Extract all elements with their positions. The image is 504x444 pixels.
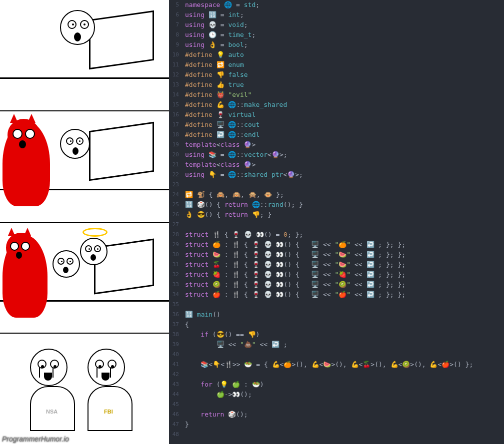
comic-panel-1 bbox=[0, 0, 169, 111]
line-number: 25 bbox=[169, 200, 179, 210]
line-number: 17 bbox=[169, 120, 179, 130]
line-number: 29 bbox=[169, 240, 179, 250]
line-number: 12 bbox=[169, 70, 179, 80]
line-number: 34 bbox=[169, 290, 179, 300]
line-number: 7 bbox=[169, 20, 179, 30]
line-number: 38 bbox=[169, 330, 179, 340]
line-number: 14 bbox=[169, 90, 179, 100]
line-number: 15 bbox=[169, 100, 179, 110]
line-number: 22 bbox=[169, 170, 179, 180]
fbi-label: FBI bbox=[104, 409, 113, 415]
code-line[interactable] bbox=[185, 180, 504, 190]
line-number: 35 bbox=[169, 300, 179, 310]
code-line[interactable]: #define 👍 true bbox=[185, 80, 504, 90]
code-line[interactable]: #define 👎 false bbox=[185, 70, 504, 80]
code-line[interactable]: 🔁 🐒 { 🙈, 🙉, 🙊, 🐵 }; bbox=[185, 190, 504, 200]
line-number: 37 bbox=[169, 320, 179, 330]
line-number: 9 bbox=[169, 40, 179, 50]
code-line[interactable]: using 👌 = bool; bbox=[185, 40, 504, 50]
code-line[interactable]: 👌 😎() { return 👎; } bbox=[185, 210, 504, 220]
code-line[interactable]: 🖥️ << "💩" << ↩️ ; bbox=[185, 340, 504, 350]
code-line[interactable]: struct 🍒 : 🍴 { 🍷 💀 👀() { 🖥️ << "🍉" << ↩️… bbox=[185, 260, 504, 270]
line-number: 44 bbox=[169, 390, 179, 400]
line-number: 33 bbox=[169, 280, 179, 290]
line-number: 45 bbox=[169, 400, 179, 410]
code-editor: 5678910111213141516171819202122232425262… bbox=[169, 0, 504, 444]
code-line[interactable] bbox=[185, 350, 504, 360]
line-number: 13 bbox=[169, 80, 179, 90]
code-line[interactable]: struct 🍊 : 🍴 { 🍷 💀 👀() { 🖥️ << "🍊" << ↩️… bbox=[185, 240, 504, 250]
code-line[interactable]: { bbox=[185, 320, 504, 330]
comic-panel-2 bbox=[0, 111, 169, 223]
line-number: 47 bbox=[169, 420, 179, 430]
line-number: 28 bbox=[169, 230, 179, 240]
code-line[interactable]: 🔢 🎲() { return 🌐::rand(); } bbox=[185, 200, 504, 210]
line-number: 36 bbox=[169, 310, 179, 320]
code-line[interactable] bbox=[185, 370, 504, 380]
line-number: 46 bbox=[169, 410, 179, 420]
line-number: 27 bbox=[169, 220, 179, 230]
code-line[interactable]: 📚<👇<🍴>> 🥗 = { 💪<🍊>(), 💪<🍉>(), 💪<🍒>(), 💪<… bbox=[185, 360, 504, 370]
line-number: 32 bbox=[169, 270, 179, 280]
nsa-label: NSA bbox=[46, 409, 58, 415]
code-line[interactable]: #define 👹 "evil" bbox=[185, 90, 504, 100]
line-number: 43 bbox=[169, 380, 179, 390]
line-number: 20 bbox=[169, 150, 179, 160]
code-line[interactable]: 🔢 main() bbox=[185, 310, 504, 320]
code-line[interactable] bbox=[185, 300, 504, 310]
code-line[interactable]: if (😎() == 👎) bbox=[185, 330, 504, 340]
code-line[interactable]: #define 💡 auto bbox=[185, 50, 504, 60]
line-number: 8 bbox=[169, 30, 179, 40]
code-line[interactable]: namespace 🌐 = std; bbox=[185, 0, 504, 10]
line-number: 11 bbox=[169, 60, 179, 70]
code-line[interactable]: #define 🍷 virtual bbox=[185, 110, 504, 120]
line-number: 21 bbox=[169, 160, 179, 170]
line-number: 24 bbox=[169, 190, 179, 200]
code-line[interactable]: #define 💪 🌐::make_shared bbox=[185, 100, 504, 110]
line-number-gutter: 5678910111213141516171819202122232425262… bbox=[169, 0, 182, 444]
code-line[interactable]: 🍏->👀(); bbox=[185, 390, 504, 400]
code-line[interactable]: struct 🍓 : 🍴 { 🍷 💀 👀() { 🖥️ << "🍓" << ↩️… bbox=[185, 270, 504, 280]
code-line[interactable]: using 📚 = 🌐::vector<🔮>; bbox=[185, 150, 504, 160]
line-number: 48 bbox=[169, 430, 179, 440]
line-number: 26 bbox=[169, 210, 179, 220]
line-number: 31 bbox=[169, 260, 179, 270]
code-line[interactable]: using 🔢 = int; bbox=[185, 10, 504, 20]
line-number: 19 bbox=[169, 140, 179, 150]
code-line[interactable]: struct 🥝 : 🍴 { 🍷 💀 👀() { 🖥️ << "🥝" << ↩️… bbox=[185, 280, 504, 290]
comic-panel-4: NSA FBI bbox=[0, 334, 169, 444]
line-number: 39 bbox=[169, 340, 179, 350]
comic-strip: NSA FBI bbox=[0, 0, 169, 444]
line-number: 16 bbox=[169, 110, 179, 120]
line-number: 41 bbox=[169, 360, 179, 370]
comic-panel-3 bbox=[0, 223, 169, 334]
code-line[interactable]: struct 🍴 { 🍷 💀 👀() = 0; }; bbox=[185, 230, 504, 240]
code-line[interactable]: #define 🔁 enum bbox=[185, 60, 504, 70]
code-line[interactable]: template<class 🔮> bbox=[185, 140, 504, 150]
code-line[interactable]: struct 🍉 : 🍴 { 🍷 💀 👀() { 🖥️ << "🍉" << ↩️… bbox=[185, 250, 504, 260]
line-number: 10 bbox=[169, 50, 179, 60]
line-number: 42 bbox=[169, 370, 179, 380]
code-body[interactable]: namespace 🌐 = std;using 🔢 = int;using 💀 … bbox=[182, 0, 504, 444]
code-line[interactable]: using 👇 = 🌐::shared_ptr<🔮>; bbox=[185, 170, 504, 180]
code-line[interactable]: using 🕒 = time_t; bbox=[185, 30, 504, 40]
code-line[interactable]: template<class 🔮> bbox=[185, 160, 504, 170]
line-number: 6 bbox=[169, 10, 179, 20]
code-line[interactable]: return 🎲(); bbox=[185, 410, 504, 420]
line-number: 18 bbox=[169, 130, 179, 140]
code-line[interactable]: struct 🍎 : 🍴 { 🍷 💀 👀() { 🖥️ << "🍎" << ↩️… bbox=[185, 290, 504, 300]
code-line[interactable]: #define 🖥️ 🌐::cout bbox=[185, 120, 504, 130]
code-line[interactable]: } bbox=[185, 420, 504, 430]
line-number: 30 bbox=[169, 250, 179, 260]
line-number: 5 bbox=[169, 0, 179, 10]
code-line[interactable] bbox=[185, 220, 504, 230]
watermark: ProgrammerHumor.io bbox=[2, 435, 69, 443]
code-line[interactable] bbox=[185, 400, 504, 410]
line-number: 23 bbox=[169, 180, 179, 190]
code-line[interactable]: for (💡 🍏 : 🥗) bbox=[185, 380, 504, 390]
code-line[interactable]: #define ↩️ 🌐::endl bbox=[185, 130, 504, 140]
line-number: 40 bbox=[169, 350, 179, 360]
code-line[interactable] bbox=[185, 430, 504, 440]
code-line[interactable]: using 💀 = void; bbox=[185, 20, 504, 30]
